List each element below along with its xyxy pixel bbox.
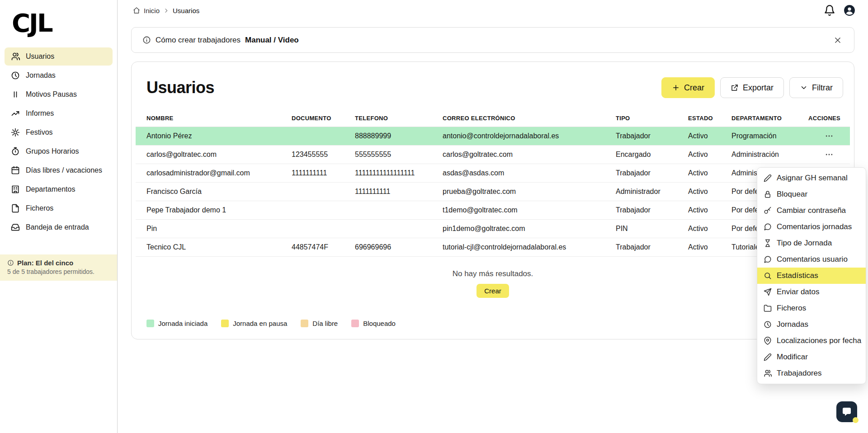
chat-icon — [764, 223, 772, 231]
column-header: ESTADO — [688, 115, 731, 122]
row-actions-button[interactable] — [822, 150, 836, 160]
cell-documento: 44857474F — [292, 243, 355, 251]
trending-up-icon — [11, 109, 20, 118]
lock-icon — [764, 190, 772, 198]
cell-nombre: Tecnico CJL — [146, 243, 292, 251]
context-menu-item-label: Ficheros — [777, 304, 806, 313]
table-row[interactable]: Francisco García 1111111111 prueba@goltr… — [136, 183, 850, 201]
sun-icon — [11, 128, 20, 137]
chat-fab-button[interactable] — [836, 401, 857, 422]
status-legend: Jornada iniciada Jornada en pausa Día li… — [132, 320, 854, 327]
context-menu-item-label: Comentarios jornadas — [777, 222, 852, 231]
context-menu-item[interactable]: Tipo de Jornada — [757, 235, 866, 251]
banner-close-button[interactable] — [833, 35, 843, 45]
sidebar-item[interactable]: Bandeja de entrada — [5, 218, 113, 236]
send-icon — [764, 288, 772, 296]
column-header: TELEFONO — [355, 115, 443, 122]
sidebar-item[interactable]: Motivos Pausas — [5, 85, 113, 104]
context-menu-item[interactable]: Modificar — [757, 349, 866, 365]
context-menu-item[interactable]: Asignar GH semanal — [757, 170, 866, 186]
cell-nombre: Francisco García — [146, 188, 292, 196]
cell-estado: Activo — [688, 243, 731, 251]
context-menu-item[interactable]: Comentarios jornadas — [757, 219, 866, 235]
sidebar-item[interactable]: Usuarios — [5, 47, 113, 66]
export-button[interactable]: Exportar — [720, 77, 784, 98]
context-menu-item-label: Jornadas — [777, 320, 808, 329]
create-bottom-button[interactable]: Crear — [476, 284, 509, 298]
sidebar-item-label: Departamentos — [26, 185, 75, 193]
sidebar-item[interactable]: Festivos — [5, 123, 113, 141]
context-menu-item[interactable]: Localizaciones por fecha — [757, 333, 866, 349]
legend-item: Bloqueado — [351, 320, 396, 327]
plan-title-row: Plan: El del cinco — [7, 259, 110, 267]
cell-tipo: Trabajador — [616, 169, 688, 177]
create-button[interactable]: Crear — [661, 77, 715, 98]
context-menu-item-label: Bloquear — [777, 190, 807, 199]
table-row[interactable]: carlos@goltratec.com 123455555 555555555… — [136, 146, 850, 164]
topbar: Inicio Usuarios — [118, 0, 868, 21]
context-menu-item[interactable]: Estadísticas — [757, 268, 866, 284]
table-row[interactable]: Pepe Trabajador demo 1 t1demo@goltratec.… — [136, 201, 850, 220]
cell-telefono: 11111111111111111 — [355, 169, 443, 177]
sidebar-item-label: Festivos — [26, 128, 53, 136]
table-row[interactable]: Antonio Pérez 888889999 antonio@controld… — [136, 127, 850, 146]
chat-icon — [841, 406, 852, 417]
legend-swatch — [221, 320, 229, 327]
context-menu-item[interactable]: Enviar datos — [757, 284, 866, 300]
context-menu-item[interactable]: Ficheros — [757, 300, 866, 316]
users-icon — [11, 52, 20, 61]
sidebar-item[interactable]: Informes — [5, 104, 113, 122]
pencil-icon — [764, 174, 772, 182]
cell-correo: tutorial-cjl@controldejornadalaboral.es — [443, 243, 616, 251]
cell-tipo: Administrador — [616, 188, 688, 196]
chat-icon — [764, 255, 772, 264]
banner-links[interactable]: Manual / Video — [245, 36, 299, 45]
table-row[interactable]: carlosadministrador@gmail.com 1111111111… — [136, 164, 850, 183]
users-table: NOMBRE DOCUMENTO TELEFONO CORREO ELECTRÓ… — [136, 110, 850, 257]
context-menu-item[interactable]: Trabajadores — [757, 365, 866, 381]
notifications-button[interactable] — [824, 5, 835, 16]
cell-tipo: Trabajador — [616, 243, 688, 251]
info-icon — [7, 259, 14, 266]
cell-nombre: carlos@goltratec.com — [146, 151, 292, 159]
chevron-right-icon — [163, 8, 169, 14]
filter-button[interactable]: Filtrar — [789, 77, 843, 98]
sidebar-item[interactable]: Grupos Horarios — [5, 142, 113, 160]
breadcrumb-home[interactable]: Inicio — [144, 7, 160, 14]
column-header: TIPO — [616, 115, 688, 122]
cell-departamento: Programación — [731, 132, 808, 140]
sidebar-item[interactable]: Jornadas — [5, 66, 113, 85]
context-menu-item-label: Cambiar contraseña — [777, 206, 846, 215]
context-menu-item[interactable]: Cambiar contraseña — [757, 202, 866, 219]
plus-icon — [672, 84, 680, 92]
users-icon — [764, 369, 772, 377]
context-menu-item-label: Tipo de Jornada — [777, 239, 832, 248]
context-menu-item[interactable]: Bloquear — [757, 186, 866, 202]
cell-correo: prueba@goltratec.com — [443, 188, 616, 196]
account-button[interactable] — [844, 5, 855, 16]
create-bottom-wrap: Crear — [132, 284, 854, 298]
user-avatar-icon — [844, 5, 855, 16]
key-icon — [764, 207, 772, 215]
sidebar-item-label: Ficheros — [26, 204, 53, 212]
dots-icon — [824, 132, 835, 141]
location-icon — [764, 337, 772, 345]
sidebar-item[interactable]: Días libres / vacaciones — [5, 161, 113, 179]
cell-telefono: 888889999 — [355, 132, 443, 140]
context-menu-item[interactable]: Comentarios usuario — [757, 251, 866, 268]
table-row[interactable]: Tecnico CJL 44857474F 696969696 tutorial… — [136, 238, 850, 257]
topbar-right — [824, 5, 855, 16]
sidebar-item[interactable]: Ficheros — [5, 199, 113, 217]
sidebar-item-label: Usuarios — [26, 52, 54, 61]
sidebar-item[interactable]: Departamentos — [5, 180, 113, 198]
close-icon — [833, 36, 842, 45]
row-actions-button[interactable] — [822, 131, 836, 141]
cell-telefono: 696969696 — [355, 243, 443, 251]
plan-subtitle: 5 de 5 trabajadores permitidos. — [7, 268, 110, 275]
calendar-icon — [11, 166, 20, 175]
app-logo: CJL — [0, 5, 117, 47]
cell-nombre: Pepe Trabajador demo 1 — [146, 206, 292, 214]
table-row[interactable]: Pin pin1demo@goltratec.com PIN Activo Po… — [136, 220, 850, 238]
legend-label: Bloqueado — [363, 320, 396, 327]
context-menu-item[interactable]: Jornadas — [757, 316, 866, 333]
